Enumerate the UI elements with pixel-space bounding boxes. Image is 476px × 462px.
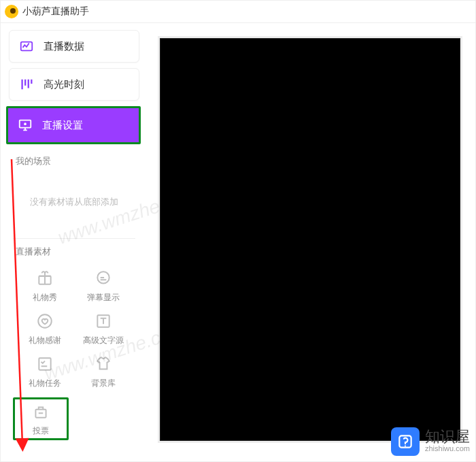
tool-label: 高级文字源 bbox=[83, 335, 124, 346]
checklist-icon bbox=[35, 354, 54, 374]
app-logo-icon bbox=[5, 5, 18, 18]
svg-rect-7 bbox=[39, 358, 50, 369]
preview-pane bbox=[143, 23, 475, 462]
title-bar: 小葫芦直播助手 bbox=[1, 1, 475, 23]
sidebar-item-label: 直播设置 bbox=[42, 119, 83, 132]
tool-label: 礼物任务 bbox=[29, 378, 61, 389]
highlight-box-settings: 直播设置 bbox=[6, 106, 141, 144]
assets-grid: 礼物秀 弹幕显示 礼物感谢 bbox=[5, 265, 143, 446]
sidebar-item-highlights[interactable]: 高光时刻 bbox=[9, 68, 139, 101]
brand-watermark: 知识屋 zhishiwu.com bbox=[391, 427, 470, 456]
assets-section-title: 直播素材 bbox=[5, 242, 143, 265]
brand-name: 知识屋 bbox=[425, 429, 470, 444]
tool-vote[interactable]: 投票 bbox=[13, 397, 69, 440]
scene-empty-hint: 没有素材请从底部添加 bbox=[5, 174, 143, 234]
tool-text-source[interactable]: 高级文字源 bbox=[75, 312, 131, 346]
brand-badge-icon bbox=[391, 427, 420, 456]
sidebar-item-live-data[interactable]: 直播数据 bbox=[9, 30, 139, 63]
tool-gift-thanks[interactable]: 礼物感谢 bbox=[17, 312, 73, 346]
tool-background-lib[interactable]: 背景库 bbox=[75, 354, 131, 389]
tool-label: 投票 bbox=[33, 425, 49, 437]
brand-domain: zhishiwu.com bbox=[425, 444, 470, 453]
tool-danmu[interactable]: 弹幕显示 bbox=[75, 269, 131, 303]
text-box-icon bbox=[94, 312, 113, 331]
chart-icon bbox=[19, 39, 34, 54]
chat-icon bbox=[94, 269, 113, 288]
heart-circle-icon bbox=[35, 312, 54, 331]
ballot-icon bbox=[31, 402, 50, 421]
sidebar: 直播数据 高光时刻 直播设置 bbox=[1, 23, 143, 462]
svg-point-5 bbox=[38, 314, 52, 328]
app-title: 小葫芦直播助手 bbox=[22, 5, 89, 18]
sidebar-item-label: 高光时刻 bbox=[44, 78, 84, 91]
tool-label: 礼物秀 bbox=[33, 292, 57, 303]
svg-point-2 bbox=[24, 122, 27, 125]
bars-icon bbox=[19, 77, 34, 92]
divider bbox=[13, 238, 135, 239]
monitor-icon bbox=[18, 118, 33, 133]
tool-label: 礼物感谢 bbox=[29, 335, 61, 346]
sidebar-item-label: 直播数据 bbox=[44, 40, 84, 53]
gift-icon bbox=[35, 269, 54, 288]
tool-label: 弹幕显示 bbox=[87, 292, 120, 303]
tool-label: 背景库 bbox=[91, 378, 116, 389]
tool-gift-show[interactable]: 礼物秀 bbox=[17, 269, 73, 303]
tshirt-icon bbox=[94, 354, 113, 374]
tool-gift-task[interactable]: 礼物任务 bbox=[17, 354, 73, 389]
preview-canvas[interactable] bbox=[160, 38, 460, 441]
svg-point-11 bbox=[405, 445, 406, 446]
scene-section-title: 我的场景 bbox=[5, 151, 143, 174]
sidebar-item-live-settings[interactable]: 直播设置 bbox=[8, 108, 139, 142]
